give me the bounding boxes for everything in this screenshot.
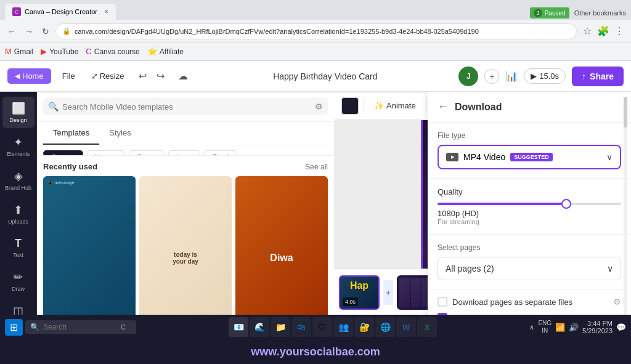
start-button[interactable]: ⊞ <box>5 319 23 336</box>
chip-nature[interactable]: Nature <box>87 150 125 156</box>
ext-icon-star[interactable]: ☆ <box>580 25 594 38</box>
tray-arrow-icon[interactable]: ∧ <box>529 323 534 331</box>
file-type-chevron-icon: ∨ <box>606 152 613 162</box>
resize-icon: ⤢ <box>91 71 98 81</box>
search-input-wrap[interactable]: 🔍 ⚙ <box>43 98 328 115</box>
quality-slider[interactable] <box>438 203 621 205</box>
tabs-row: Templates Styles <box>37 122 334 145</box>
analytics-button[interactable]: 📊 <box>505 70 518 82</box>
taskbar-app-store[interactable]: 🛍 <box>291 317 311 337</box>
url-lock-icon: 🔒 <box>62 27 71 35</box>
taskbar-app-excel[interactable]: X <box>417 317 437 337</box>
sidebar-item-design[interactable]: ⬜ Design <box>2 97 35 128</box>
tab-styles[interactable]: Styles <box>99 122 140 145</box>
bookmark-gmail[interactable]: M Gmail <box>5 47 33 56</box>
tab-close-button[interactable]: × <box>104 7 108 16</box>
filter-icon[interactable]: ⚙ <box>315 102 323 111</box>
scrollbar-thumb[interactable] <box>624 97 627 127</box>
bookmark-youtube[interactable]: ▶ YouTube <box>41 47 78 56</box>
nav-refresh-button[interactable]: ↻ <box>39 24 52 39</box>
nav-forward-button[interactable]: → <box>22 24 36 39</box>
chips-next-button[interactable]: › <box>241 150 246 153</box>
browser-tab[interactable]: C Canva – Design Creator × <box>5 4 116 20</box>
bottom-strip: www.yoursocialbae.com <box>0 339 631 364</box>
notification-icon[interactable]: 💬 <box>616 323 626 332</box>
color-swatch[interactable] <box>341 97 359 115</box>
taskbar-app-word[interactable]: W <box>396 317 416 337</box>
suggested-badge: SUGGESTED <box>510 153 553 161</box>
filter-chips: Quotes Nature Quote Love Food › <box>37 145 334 156</box>
sidebar-item-brand-hub[interactable]: ◈ Brand Hub <box>2 164 35 196</box>
url-bar[interactable]: 🔒 canva.com/design/DAFgd4UUgDg/uN2_HRfLo… <box>55 23 577 39</box>
home-button[interactable]: ◀ Home <box>7 68 51 84</box>
taskbar-app-edge[interactable]: 🌊 <box>250 317 269 337</box>
lang-indicator: ENGIN <box>538 320 552 334</box>
pages-select[interactable]: All pages (2) ∨ <box>438 257 621 280</box>
recently-used-section: Recently used See all 📱 message ▶ today … <box>37 156 334 340</box>
browser-actions: ☆ 🧩 ⋮ <box>580 25 626 38</box>
wifi-icon: 📶 <box>555 323 565 332</box>
separate-files-label: Download pages as separate files <box>452 297 572 307</box>
sidebar-icons: ⬜ Design ✦ Elements ◈ Brand Hub ⬆ Upload… <box>0 92 37 340</box>
favicon: C <box>12 7 21 16</box>
separate-files-info-icon: ⚙ <box>613 297 621 307</box>
panel-back-button[interactable]: ← <box>438 100 449 113</box>
bookmark-canva[interactable]: C Canva course <box>86 47 139 56</box>
chip-love[interactable]: Love <box>168 150 200 156</box>
play-icon: ▶ <box>531 71 537 81</box>
home-chevron-icon: ◀ <box>15 72 20 80</box>
sidebar-text-label: Text <box>13 252 23 258</box>
taskbar-search[interactable]: 🔍 C <box>25 320 136 334</box>
undo-button[interactable]: ↩ <box>135 68 150 84</box>
toolbar-divider <box>364 99 364 113</box>
save-cloud-button[interactable]: ☁ <box>174 68 192 84</box>
select-pages-section: Select pages All pages (2) ∨ <box>428 234 631 289</box>
clip-add-handle[interactable]: + <box>383 280 393 305</box>
nav-back-button[interactable]: ← <box>5 24 18 39</box>
panel-title: Download <box>455 102 502 113</box>
taskbar-app-mail[interactable]: 📧 <box>229 317 248 337</box>
resize-button[interactable]: ⤢ Resize <box>86 68 129 84</box>
taskbar-app-explorer[interactable]: 📁 <box>271 317 290 337</box>
main-content: ⬜ Design ✦ Elements ◈ Brand Hub ⬆ Upload… <box>0 92 631 340</box>
video-icon <box>446 153 458 161</box>
toolbar-divider-2 <box>426 99 426 113</box>
sidebar-uploads-label: Uploads <box>8 219 28 225</box>
quality-value: 1080p (HD) <box>438 209 621 218</box>
add-collaborator-button[interactable]: + <box>484 69 499 84</box>
sidebar-item-elements[interactable]: ✦ Elements <box>2 131 35 162</box>
ext-icon-menu[interactable]: ⋮ <box>613 25 626 38</box>
taskbar-app-teams[interactable]: 👥 <box>333 317 353 337</box>
quality-sub: For streaming <box>438 218 621 225</box>
animate-icon: ✨ <box>374 101 384 110</box>
taskbar-app-security[interactable]: 🛡 <box>312 317 332 337</box>
text-icon: T <box>15 237 22 250</box>
chip-food[interactable]: Food <box>204 150 237 156</box>
file-type-left: MP4 Video SUGGESTED <box>446 152 553 162</box>
sidebar-item-text[interactable]: T Text <box>2 232 35 263</box>
separate-files-checkbox[interactable] <box>438 297 447 307</box>
slider-thumb[interactable] <box>561 199 571 209</box>
chip-quote[interactable]: Quote <box>129 150 165 156</box>
bookmark-affiliate[interactable]: ⭐ Affiliate <box>147 47 184 56</box>
taskbar-app-chrome[interactable]: 🌐 <box>375 317 395 337</box>
tab-templates[interactable]: Templates <box>43 122 99 145</box>
redo-button[interactable]: ↪ <box>153 68 168 84</box>
file-type-select[interactable]: MP4 Video SUGGESTED ∨ <box>438 145 621 169</box>
taskbar-app-malware[interactable]: 🔐 <box>354 317 374 337</box>
ext-icon-extensions[interactable]: 🧩 <box>596 25 610 38</box>
sidebar-item-uploads[interactable]: ⬆ Uploads <box>2 198 35 230</box>
timeline-clip-1[interactable]: Hap 4.0s <box>339 275 380 310</box>
sidebar-item-draw[interactable]: ✏ Draw <box>2 265 35 297</box>
see-all-link[interactable]: See all <box>305 163 328 171</box>
animate-button[interactable]: ✨ Animate <box>369 98 421 113</box>
taskbar-search-input[interactable] <box>43 323 117 331</box>
chip-quotes[interactable]: Quotes <box>43 150 83 156</box>
search-input[interactable] <box>62 102 311 111</box>
cortana-icon: C <box>121 323 126 331</box>
browser-chrome: C Canva – Design Creator × J Paused Othe… <box>0 0 631 61</box>
bookmarks-bar: M Gmail ▶ YouTube C Canva course ⭐ Affil… <box>0 43 631 60</box>
file-button[interactable]: File <box>57 68 80 84</box>
share-button[interactable]: ↑ Share <box>572 67 624 86</box>
recently-used-title: Recently used <box>43 162 97 171</box>
